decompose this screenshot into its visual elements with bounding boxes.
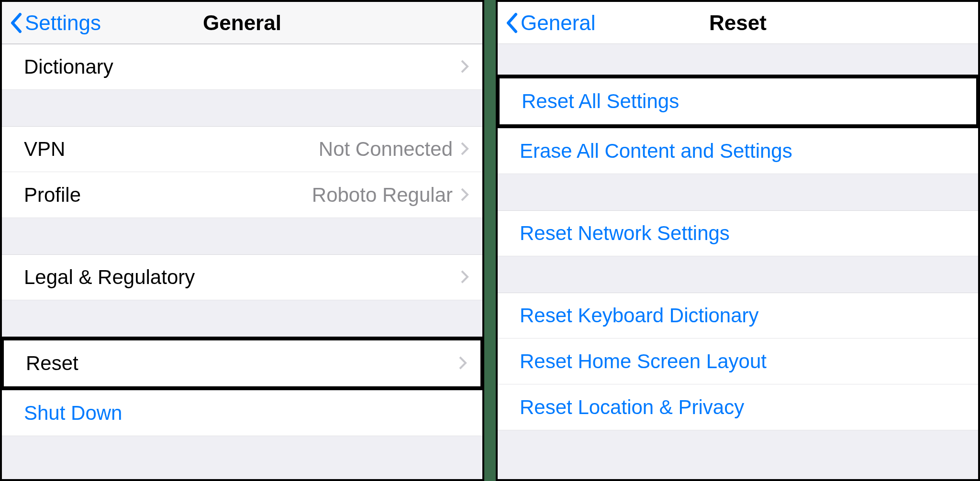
row-legal-regulatory[interactable]: Legal & Regulatory [2, 254, 482, 300]
row-detail: Not Connected [65, 138, 460, 161]
section-spacer [498, 44, 978, 75]
row-label: Reset All Settings [522, 90, 679, 113]
row-profile[interactable]: Profile Roboto Regular [2, 172, 482, 218]
chevron-left-icon [10, 12, 22, 33]
row-detail: Roboto Regular [81, 184, 460, 207]
row-label: Reset Home Screen Layout [520, 350, 767, 373]
row-label: Reset [26, 352, 78, 375]
row-label: Reset Location & Privacy [520, 396, 744, 419]
row-label: Shut Down [24, 402, 122, 425]
back-label: Settings [25, 11, 101, 35]
page-title: Reset [709, 11, 767, 35]
chevron-right-icon [460, 266, 469, 289]
row-label: Reset Network Settings [520, 222, 730, 245]
chevron-right-icon [460, 184, 469, 207]
row-reset-network[interactable]: Reset Network Settings [498, 210, 978, 256]
general-scroll: Dictionary VPN Not Connected Profile Rob… [2, 44, 482, 479]
row-label: Profile [24, 184, 81, 207]
row-reset-location-privacy[interactable]: Reset Location & Privacy [498, 384, 978, 430]
row-label: Legal & Regulatory [24, 266, 195, 289]
reset-settings-panel: General Reset Reset All Settings Erase A… [496, 0, 980, 481]
navbar-reset: General Reset [498, 2, 978, 44]
row-label: Dictionary [24, 55, 113, 78]
row-reset[interactable]: Reset [4, 340, 480, 386]
chevron-right-icon [460, 55, 469, 78]
section-spacer [2, 300, 482, 337]
row-label: Reset Keyboard Dictionary [520, 304, 759, 327]
row-erase-all-content[interactable]: Erase All Content and Settings [498, 128, 978, 174]
row-shut-down[interactable]: Shut Down [2, 390, 482, 436]
back-button-settings[interactable]: Settings [10, 11, 101, 35]
highlight-reset: Reset [2, 337, 482, 390]
navbar-general: Settings General [2, 2, 482, 44]
section-spacer [498, 256, 978, 293]
row-label: Erase All Content and Settings [520, 140, 792, 163]
row-reset-keyboard[interactable]: Reset Keyboard Dictionary [498, 293, 978, 339]
chevron-right-icon [460, 138, 469, 161]
row-reset-all-settings[interactable]: Reset All Settings [500, 78, 976, 124]
row-label: VPN [24, 138, 65, 161]
chevron-right-icon [458, 352, 467, 375]
section-spacer [2, 218, 482, 254]
reset-scroll: Reset All Settings Erase All Content and… [498, 44, 978, 479]
general-settings-panel: Settings General Dictionary VPN Not Conn… [0, 0, 484, 481]
row-reset-home-screen[interactable]: Reset Home Screen Layout [498, 339, 978, 384]
back-label: General [521, 11, 596, 35]
page-title: General [203, 11, 281, 35]
row-dictionary[interactable]: Dictionary [2, 44, 482, 90]
chevron-left-icon [505, 12, 518, 33]
section-spacer [2, 90, 482, 126]
row-vpn[interactable]: VPN Not Connected [2, 126, 482, 172]
section-spacer [498, 174, 978, 210]
highlight-reset-all: Reset All Settings [498, 75, 978, 128]
back-button-general[interactable]: General [505, 11, 596, 35]
